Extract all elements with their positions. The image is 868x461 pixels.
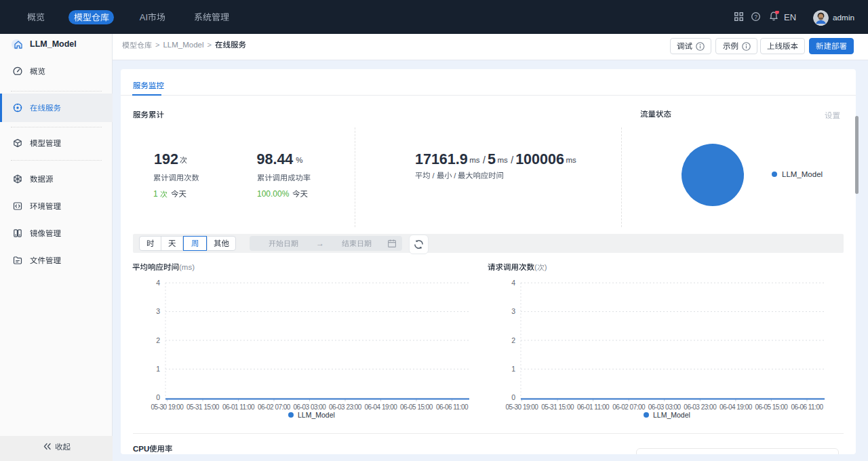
svg-text:06-06 11:00: 06-06 11:00 <box>791 403 823 411</box>
svg-text:4: 4 <box>156 279 160 287</box>
svg-text:06-06 11:00: 06-06 11:00 <box>436 403 469 411</box>
svg-text:06-01 11:00: 06-01 11:00 <box>222 403 255 411</box>
svg-text:2: 2 <box>156 336 160 344</box>
svg-text:06-02 07:00: 06-02 07:00 <box>258 403 291 411</box>
svg-text:06-04 19:00: 06-04 19:00 <box>719 403 753 411</box>
svg-text:06-05 15:00: 06-05 15:00 <box>755 403 788 411</box>
svg-text:06-05 15:00: 06-05 15:00 <box>400 403 433 411</box>
svg-text:06-03 23:00: 06-03 23:00 <box>329 403 362 411</box>
svg-text:06-02 07:00: 06-02 07:00 <box>612 403 646 411</box>
svg-text:4: 4 <box>511 279 515 287</box>
svg-text:0: 0 <box>156 393 160 401</box>
svg-text:05-30 19:00: 05-30 19:00 <box>506 403 539 411</box>
svg-text:0: 0 <box>511 393 515 401</box>
svg-text:3: 3 <box>156 307 160 315</box>
svg-text:06-01 11:00: 06-01 11:00 <box>577 403 610 411</box>
svg-text:05-31 15:00: 05-31 15:00 <box>186 403 220 411</box>
svg-text:1: 1 <box>511 365 515 373</box>
svg-text:1: 1 <box>156 365 160 373</box>
svg-text:2: 2 <box>511 336 515 344</box>
svg-text:06-03 23:00: 06-03 23:00 <box>684 403 717 411</box>
svg-text:06-03 03:00: 06-03 03:00 <box>648 403 682 411</box>
svg-text:05-30 19:00: 05-30 19:00 <box>151 403 184 411</box>
svg-text:05-31 15:00: 05-31 15:00 <box>541 403 574 411</box>
svg-text:3: 3 <box>511 307 515 315</box>
svg-text:06-04 19:00: 06-04 19:00 <box>365 403 398 411</box>
svg-text:06-03 03:00: 06-03 03:00 <box>294 403 327 411</box>
svg-text:?: ? <box>754 14 757 20</box>
